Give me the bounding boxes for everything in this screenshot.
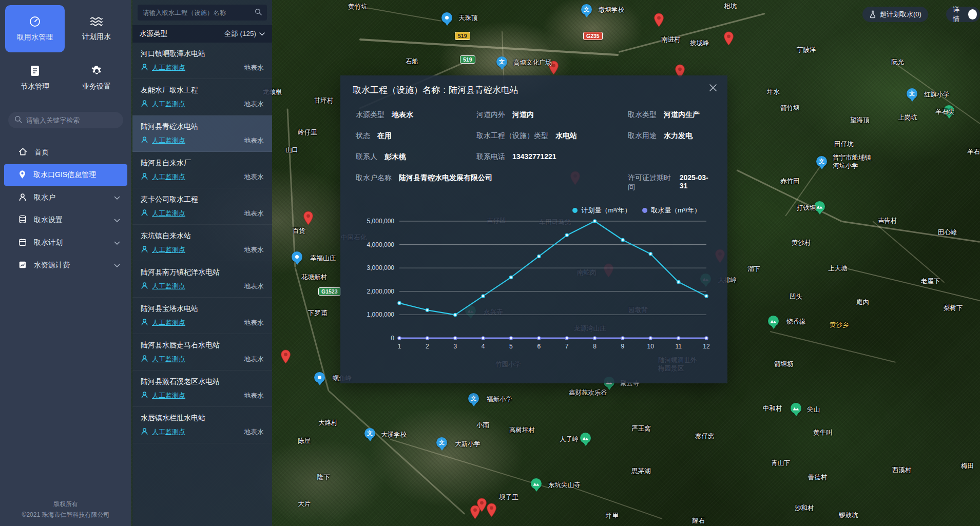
map-place-label: 望海顶	[850, 116, 870, 125]
map-place-label: 尖山	[807, 406, 820, 414]
station-item-3[interactable]: 陆河县青硿水电站人工监测点地表水	[132, 115, 272, 152]
monitor-type: 人工监测点	[152, 63, 240, 72]
module-1[interactable]: 取用水管理	[5, 5, 65, 52]
station-item-6[interactable]: 东坑镇自来水站人工监测点地表水	[132, 225, 272, 261]
field-label: 取水类型	[628, 110, 657, 120]
legend-label: 计划量（m³/年）	[581, 206, 631, 215]
map-place-label: 沙和村	[795, 504, 814, 513]
station-name: 麦卡公司取水工程	[141, 195, 264, 204]
svg-text:2,000,000: 2,000,000	[367, 288, 395, 295]
svg-text:1,000,000: 1,000,000	[367, 311, 395, 318]
legend-item[interactable]: 计划量（m³/年）	[572, 206, 631, 215]
map-place-label: 烧香缘	[786, 318, 806, 326]
field-label: 取水用途	[628, 131, 657, 141]
scenic-marker	[768, 316, 779, 326]
station-item-8[interactable]: 陆河县宝塔水电站人工监测点地表水	[132, 298, 272, 334]
school-marker: 文	[436, 437, 447, 448]
station-item-11[interactable]: 水唇镇水栏肚水电站人工监测点地表水	[132, 407, 272, 443]
sidebar-item-4[interactable]: 取水设置	[4, 209, 127, 231]
monitor-type: 人工监测点	[152, 427, 240, 437]
legend-item[interactable]: 取水量（m³/年）	[642, 206, 701, 215]
map-place-label: 花塘新村	[301, 274, 327, 282]
module-4[interactable]: 业务设置	[67, 54, 126, 102]
road-badge: G1523	[318, 287, 341, 296]
calendar-icon	[18, 238, 27, 248]
module-2[interactable]: 计划用水	[67, 5, 126, 52]
field-value: 地表水	[392, 110, 413, 120]
toggle-knob[interactable]	[968, 9, 977, 20]
red-pin-marker[interactable]	[470, 505, 481, 521]
svg-text:11: 11	[675, 343, 682, 350]
module-3[interactable]: 节水管理	[5, 54, 65, 102]
map-place-label: 坪水	[767, 88, 780, 96]
red-pin-marker[interactable]	[280, 349, 291, 366]
svg-text:5: 5	[509, 343, 513, 350]
station-detail-modal: 取水工程（设施）名称：陆河县青硿水电站 水源类型地表水河道内外河道内取水类型河道…	[340, 75, 727, 383]
scenic-marker	[580, 433, 591, 443]
field-value: 水力发电	[664, 131, 693, 141]
map-place-label: 中和村	[763, 405, 782, 413]
red-pin-marker[interactable]	[486, 503, 497, 519]
svg-text:6: 6	[537, 343, 541, 350]
field-label: 河道内外	[476, 110, 505, 120]
waves-icon	[90, 16, 103, 27]
detail-toggle[interactable]: 详情	[946, 7, 980, 22]
water-source: 地表水	[244, 245, 264, 255]
sidebar-search-input[interactable]	[26, 116, 117, 124]
station-item-5[interactable]: 麦卡公司取水工程人工监测点地表水	[132, 188, 272, 225]
sidebar-item-6[interactable]: 水资源计费	[4, 255, 127, 276]
person-icon	[141, 100, 148, 109]
field-value: 在用	[377, 131, 392, 141]
field-value: 河道内生产	[664, 110, 700, 120]
station-item-1[interactable]: 河口镇唱歌潭水电站人工监测点地表水	[132, 43, 272, 79]
station-name: 陆河县自来水厂	[141, 159, 264, 168]
over-plan-button[interactable]: 超计划取水(0)	[862, 7, 928, 22]
school-marker: 文	[816, 156, 827, 167]
school-marker: 文	[581, 4, 592, 15]
person-icon	[141, 355, 148, 364]
school-marker: 文	[496, 56, 507, 67]
sidebar-item-5[interactable]: 取水计划	[4, 232, 127, 254]
svg-text:4: 4	[482, 343, 485, 350]
map-place-label: 打铁塘	[797, 204, 816, 212]
search-icon[interactable]	[255, 8, 262, 17]
sidebar-item-3[interactable]: 取水户	[4, 187, 127, 208]
chart-icon	[18, 261, 27, 270]
chart-block: 计划量（m³/年）取水量（m³/年） 01,000,0002,000,0003,…	[340, 204, 727, 356]
road-badge: 519	[455, 32, 470, 40]
sidebar-item-2[interactable]: 取水口GIS信息管理	[4, 164, 127, 186]
map-place-label: 锣鼓坑	[839, 512, 858, 520]
sidebar-item-label: 取水口GIS信息管理	[33, 170, 120, 180]
map-place-label: 坪里	[606, 512, 619, 520]
sidebar-item-label: 取水计划	[34, 238, 107, 247]
red-pin-marker[interactable]	[303, 211, 314, 227]
map-place-label: 梅田	[961, 462, 974, 471]
station-item-9[interactable]: 陆河县水唇走马石水电站人工监测点地表水	[132, 334, 272, 371]
map-place-label: 寨仔窝	[695, 433, 715, 441]
legend-dot	[572, 208, 578, 213]
map-place-label: 小南	[476, 421, 489, 430]
person-icon	[141, 391, 148, 400]
meter-icon	[29, 15, 41, 28]
red-pin-marker[interactable]	[654, 13, 664, 29]
red-pin-marker[interactable]	[723, 31, 734, 48]
station-item-4[interactable]: 陆河县自来水厂人工监测点地表水	[132, 152, 272, 188]
station-item-7[interactable]: 陆河县南万镇杞洋水电站人工监测点地表水	[132, 261, 272, 298]
map-place-label: 陈屋	[298, 437, 311, 445]
station-item-2[interactable]: 友能水厂取水工程人工监测点地表水	[132, 79, 272, 115]
svg-text:5,000,000: 5,000,000	[367, 218, 395, 225]
station-item-10[interactable]: 陆河县激石溪老区水电站人工监测点地表水	[132, 371, 272, 407]
filter-dropdown[interactable]: 全部 (125)	[224, 29, 265, 38]
map-place-label: 东坑尖山寺	[548, 481, 581, 490]
search-icon	[14, 115, 22, 125]
sidebar-item-1[interactable]: 首页	[4, 142, 127, 163]
map-place-label: 黄沙乡	[830, 321, 849, 329]
map-place-label: 梨树下	[944, 304, 963, 313]
station-name: 陆河县激石溪老区水电站	[141, 377, 264, 386]
map-place-label: 岭仔里	[298, 129, 317, 137]
chevron-down-icon	[259, 32, 265, 36]
station-search-input[interactable]	[143, 9, 251, 16]
close-icon[interactable]	[709, 84, 717, 94]
sidebar-menu: 首页取水口GIS信息管理取水户取水设置取水计划水资源计费	[0, 141, 131, 499]
monitor-type: 人工监测点	[152, 209, 240, 218]
